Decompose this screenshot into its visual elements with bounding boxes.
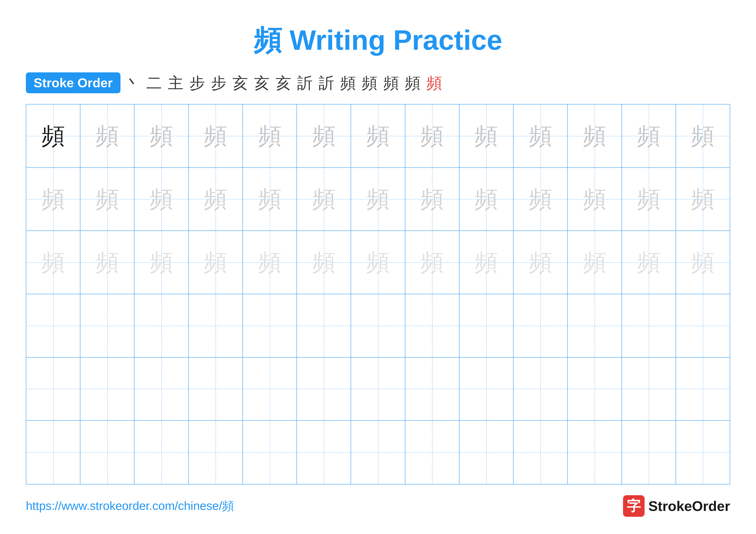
grid-cell-5-2[interactable] <box>80 358 134 420</box>
stroke-order-row: Stroke Order 丶 二 主 步 步 亥 亥 亥 訢 訢 頻 頻 頻 頻… <box>26 72 730 93</box>
grid-cell-4-13[interactable] <box>676 294 730 357</box>
grid-cell-6-3[interactable] <box>134 421 189 484</box>
grid-cell-1-9[interactable]: 頻 <box>459 105 514 167</box>
grid-cell-2-3[interactable]: 頻 <box>134 168 189 231</box>
grid-cell-6-12[interactable] <box>622 421 676 484</box>
stroke-step-8: 亥 <box>276 75 291 91</box>
grid-cell-5-4[interactable] <box>189 358 243 420</box>
strokeorder-logo-text: StrokeOrder <box>648 498 730 514</box>
logo-char: 字 <box>627 496 641 516</box>
grid-cell-4-4[interactable] <box>189 294 243 357</box>
grid-cell-1-1[interactable]: 頻 <box>26 105 80 167</box>
grid-cell-1-11[interactable]: 頻 <box>568 105 622 167</box>
grid-cell-2-8[interactable]: 頻 <box>405 168 459 231</box>
grid-cell-3-1[interactable]: 頻 <box>26 231 80 294</box>
char-light: 頻 <box>41 251 65 274</box>
grid-cell-5-12[interactable] <box>622 358 676 420</box>
grid-cell-1-12[interactable]: 頻 <box>622 105 676 167</box>
grid-cell-5-10[interactable] <box>514 358 568 420</box>
grid-cell-6-13[interactable] <box>676 421 730 484</box>
grid-cell-2-1[interactable]: 頻 <box>26 168 80 231</box>
grid-cell-4-2[interactable] <box>80 294 134 357</box>
grid-cell-4-8[interactable] <box>405 294 459 357</box>
grid-cell-3-5[interactable]: 頻 <box>243 231 297 294</box>
char-light: 頻 <box>150 188 173 211</box>
grid-cell-1-8[interactable]: 頻 <box>405 105 459 167</box>
grid-cell-6-9[interactable] <box>459 421 514 484</box>
grid-cell-5-9[interactable] <box>459 358 514 420</box>
grid-cell-4-6[interactable] <box>297 294 351 357</box>
grid-cell-1-6[interactable]: 頻 <box>297 105 351 167</box>
grid-cell-4-3[interactable] <box>134 294 189 357</box>
grid-cell-2-2[interactable]: 頻 <box>80 168 134 231</box>
grid-cell-2-12[interactable]: 頻 <box>622 168 676 231</box>
grid-cell-4-11[interactable] <box>568 294 622 357</box>
stroke-step-11: 頻 <box>340 75 356 91</box>
grid-cell-3-9[interactable]: 頻 <box>459 231 514 294</box>
grid-cell-1-2[interactable]: 頻 <box>80 105 134 167</box>
grid-cell-6-2[interactable] <box>80 421 134 484</box>
grid-cell-3-7[interactable]: 頻 <box>351 231 405 294</box>
grid-cell-6-1[interactable] <box>26 421 80 484</box>
grid-cell-6-8[interactable] <box>405 421 459 484</box>
grid-cell-2-6[interactable]: 頻 <box>297 168 351 231</box>
stroke-order-badge: Stroke Order <box>26 72 121 93</box>
grid-cell-3-3[interactable]: 頻 <box>134 231 189 294</box>
grid-cell-5-6[interactable] <box>297 358 351 420</box>
char-light: 頻 <box>637 124 660 147</box>
grid-cell-3-13[interactable]: 頻 <box>676 231 730 294</box>
grid-cell-6-10[interactable] <box>514 421 568 484</box>
grid-cell-2-5[interactable]: 頻 <box>243 168 297 231</box>
grid-cell-4-9[interactable] <box>459 294 514 357</box>
grid-cell-1-10[interactable]: 頻 <box>514 105 568 167</box>
grid-cell-3-8[interactable]: 頻 <box>405 231 459 294</box>
grid-cell-4-1[interactable] <box>26 294 80 357</box>
grid-cell-3-10[interactable]: 頻 <box>514 231 568 294</box>
stroke-step-14: 頻 <box>405 75 420 91</box>
grid-cell-4-10[interactable] <box>514 294 568 357</box>
grid-cell-3-4[interactable]: 頻 <box>189 231 243 294</box>
grid-cell-1-4[interactable]: 頻 <box>189 105 243 167</box>
grid-cell-6-5[interactable] <box>243 421 297 484</box>
footer-url[interactable]: https://www.strokeorder.com/chinese/頻 <box>26 498 234 514</box>
char-light: 頻 <box>474 124 498 147</box>
stroke-step-10: 訢 <box>319 75 334 91</box>
grid-cell-5-1[interactable] <box>26 358 80 420</box>
practice-grid: 頻 頻 頻 頻 頻 頻 頻 頻 頻 頻 頻 頻 頻 頻 頻 頻 頻 頻 <box>26 104 730 484</box>
grid-cell-3-2[interactable]: 頻 <box>80 231 134 294</box>
grid-cell-4-12[interactable] <box>622 294 676 357</box>
grid-cell-5-11[interactable] <box>568 358 622 420</box>
char-light: 頻 <box>420 124 444 147</box>
grid-cell-5-3[interactable] <box>134 358 189 420</box>
grid-cell-4-5[interactable] <box>243 294 297 357</box>
grid-cell-3-11[interactable]: 頻 <box>568 231 622 294</box>
grid-cell-1-3[interactable]: 頻 <box>134 105 189 167</box>
grid-cell-6-6[interactable] <box>297 421 351 484</box>
grid-cell-2-10[interactable]: 頻 <box>514 168 568 231</box>
grid-cell-1-7[interactable]: 頻 <box>351 105 405 167</box>
grid-cell-1-5[interactable]: 頻 <box>243 105 297 167</box>
grid-cell-5-5[interactable] <box>243 358 297 420</box>
grid-cell-2-13[interactable]: 頻 <box>676 168 730 231</box>
stroke-step-3: 主 <box>168 75 183 91</box>
char-light: 頻 <box>691 188 715 211</box>
grid-cell-6-7[interactable] <box>351 421 405 484</box>
grid-cell-2-11[interactable]: 頻 <box>568 168 622 231</box>
char-light: 頻 <box>529 124 552 147</box>
char-light: 頻 <box>366 124 390 147</box>
grid-cell-2-4[interactable]: 頻 <box>189 168 243 231</box>
title-char: 頻 <box>254 24 282 56</box>
grid-cell-2-7[interactable]: 頻 <box>351 168 405 231</box>
stroke-step-1: 丶 <box>125 75 140 91</box>
grid-cell-4-7[interactable] <box>351 294 405 357</box>
grid-cell-6-11[interactable] <box>568 421 622 484</box>
grid-cell-1-13[interactable]: 頻 <box>676 105 730 167</box>
grid-cell-3-6[interactable]: 頻 <box>297 231 351 294</box>
grid-cell-5-8[interactable] <box>405 358 459 420</box>
grid-cell-3-12[interactable]: 頻 <box>622 231 676 294</box>
grid-cell-2-9[interactable]: 頻 <box>459 168 514 231</box>
grid-cell-5-13[interactable] <box>676 358 730 420</box>
grid-cell-6-4[interactable] <box>189 421 243 484</box>
grid-cell-5-7[interactable] <box>351 358 405 420</box>
stroke-step-12: 頻 <box>362 75 377 91</box>
